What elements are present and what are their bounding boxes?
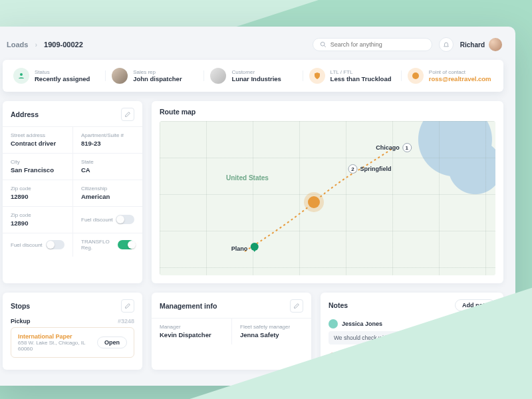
map-stop-1[interactable]: Chicago1 xyxy=(376,143,412,152)
summary-bar: StatusRecently assigned Sales repJohn di… xyxy=(3,60,503,92)
chevron-right-icon: › xyxy=(35,41,37,49)
transflo-toggle[interactable] xyxy=(118,240,134,249)
open-stop-button[interactable]: Open xyxy=(97,336,127,348)
note-body: We should check with him about the situa… xyxy=(329,331,452,344)
add-note-button[interactable]: Add note xyxy=(455,299,495,311)
edit-icon xyxy=(124,303,131,309)
stops-section-label: Pickup xyxy=(11,318,31,325)
edit-stops-button[interactable] xyxy=(121,299,134,313)
rep-avatar xyxy=(112,68,128,84)
search-icon xyxy=(320,41,327,48)
route-line xyxy=(160,121,495,275)
stops-title: Stops xyxy=(11,302,30,310)
shield-icon xyxy=(309,68,325,84)
fuel-discount-toggle-2[interactable] xyxy=(46,240,65,249)
app-surface: Loads › 1909-00022 Richard StatusRecentl… xyxy=(0,27,515,386)
user-name: Richard xyxy=(460,41,485,49)
stop-name: International Paper xyxy=(18,333,97,340)
stop-item: International Paper 658 W. Lake St., Chi… xyxy=(11,327,134,358)
route-map-card: Route map United States Chicago1 2Spring… xyxy=(152,101,503,283)
svg-point-2 xyxy=(20,73,23,76)
note-date: Mar 15, 2018 xyxy=(464,354,495,360)
edit-address-button[interactable] xyxy=(121,108,134,121)
status-icon xyxy=(13,68,29,84)
breadcrumb-current: 1909-00022 xyxy=(44,41,83,49)
note-author: Michelle Andrews xyxy=(342,354,392,360)
svg-point-3 xyxy=(412,72,419,79)
management-title: Management info xyxy=(160,302,217,310)
note-item: Jessica Jones Mar 17, 2018 We should che… xyxy=(321,317,503,350)
svg-point-0 xyxy=(321,42,325,46)
edit-management-button[interactable] xyxy=(290,299,303,313)
search-field[interactable] xyxy=(313,38,432,51)
summary-load-type: LTL / FTLLess than Truckload xyxy=(303,68,401,84)
notifications-button[interactable] xyxy=(439,37,454,52)
address-card: Address Street addressContract driver Ap… xyxy=(3,101,142,283)
user-menu[interactable]: Richard xyxy=(460,38,502,51)
stops-card: Stops Pickup #3248 International Paper 6… xyxy=(3,293,142,370)
summary-sales-rep: Sales repJohn dispatcher xyxy=(105,68,203,84)
edit-icon xyxy=(124,111,131,118)
stops-section-id: #3248 xyxy=(118,318,134,325)
contact-email[interactable]: ross@realtravel.com xyxy=(429,75,491,82)
fuel-discount-toggle-1[interactable] xyxy=(116,215,134,224)
management-card: Management info ManagerKevin Dispatcher … xyxy=(152,293,311,370)
note-avatar xyxy=(329,352,338,362)
summary-status: StatusRecently assigned xyxy=(7,68,105,84)
svg-line-1 xyxy=(324,45,326,47)
pin-icon xyxy=(250,243,258,255)
summary-contact: Point of contactross@realtravel.com xyxy=(401,68,499,84)
note-author: Jessica Jones xyxy=(342,321,382,327)
info-icon xyxy=(408,68,424,84)
note-date: Mar 17, 2018 xyxy=(464,321,495,327)
note-item: Michelle Andrews Mar 15, 2018 xyxy=(321,350,503,370)
map-destination[interactable]: Plano xyxy=(231,243,259,255)
top-bar: Loads › 1909-00022 Richard xyxy=(7,37,502,52)
customer-avatar xyxy=(210,68,226,84)
address-title: Address xyxy=(11,110,39,118)
edit-icon xyxy=(293,303,300,309)
note-avatar xyxy=(329,319,338,329)
notes-title: Notes xyxy=(329,301,348,309)
breadcrumb-root[interactable]: Loads xyxy=(7,41,28,49)
search-input[interactable] xyxy=(331,41,425,48)
stop-address: 658 W. Lake St., Chicago, IL 60060 xyxy=(18,340,97,352)
map-stop-2[interactable]: 2Springfield xyxy=(348,164,392,174)
notes-card: Notes Add note Jessica Jones Mar 17, 201… xyxy=(321,293,503,370)
summary-customer: CustomerLunar Industries xyxy=(203,68,302,84)
map-vehicle[interactable] xyxy=(308,196,320,208)
bell-icon xyxy=(443,41,450,48)
route-title: Route map xyxy=(160,108,196,116)
route-map[interactable]: United States Chicago1 2Springfield Plan… xyxy=(160,121,495,275)
truck-icon xyxy=(308,196,320,208)
user-avatar xyxy=(489,38,502,51)
